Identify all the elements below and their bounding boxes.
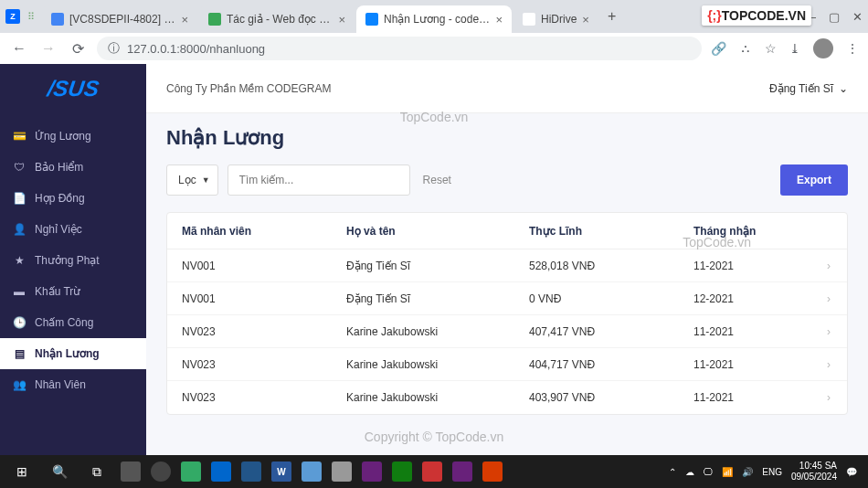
sidebar-item[interactable]: ★Thưởng Phạt	[0, 245, 146, 276]
page-title: Nhận Lương	[166, 126, 848, 150]
taskbar-app[interactable]	[448, 455, 477, 488]
caret-down-icon: ▼	[202, 175, 210, 185]
sidebar-item[interactable]: 💳Ứng Lương	[0, 121, 146, 152]
taskbar-clock[interactable]: 10:45 SA 09/05/2024	[791, 461, 837, 483]
sidebar-icon: 💳	[13, 130, 26, 143]
table-row[interactable]: NV001Đặng Tiến Sĩ0 VNĐ12-2021›	[167, 282, 847, 315]
browser-tab[interactable]: Tác giả - Web đọc truyện×	[199, 5, 355, 33]
maximize-icon[interactable]: ▢	[829, 10, 840, 24]
table-row[interactable]: NV023Karine Jakubowski407,417 VNĐ11-2021…	[167, 315, 847, 348]
sidebar: /SUS 💳Ứng Lương🛡Bảo Hiểm📄Hợp Đồng👤Nghỉ V…	[0, 64, 146, 455]
taskbar-app[interactable]	[176, 455, 206, 488]
chevron-right-icon: ›	[803, 325, 831, 338]
taskbar-app[interactable]	[206, 455, 236, 488]
chevron-down-icon: ⌄	[839, 82, 848, 95]
browser-tab[interactable]: [VC8SDEPII-4802] 3.2. Xử lý gà×	[42, 5, 197, 33]
sidebar-icon: ▬	[13, 285, 26, 298]
sidebar-item[interactable]: ▬Khấu Trừ	[0, 276, 146, 307]
taskbar-app[interactable]	[297, 455, 326, 488]
back-button[interactable]: ←	[9, 40, 29, 57]
profile-avatar[interactable]	[813, 38, 833, 58]
logo: /SUS	[0, 64, 146, 113]
taskbar-app[interactable]	[146, 455, 175, 488]
sidebar-item-label: Bảo Hiểm	[35, 161, 83, 174]
sidebar-item-label: Hợp Đồng	[35, 192, 85, 205]
sidebar-item-label: Khấu Trừ	[35, 285, 80, 298]
reset-link[interactable]: Reset	[423, 174, 451, 186]
search-button[interactable]: 🔍	[41, 455, 78, 488]
tray-lang[interactable]: ENG	[762, 467, 782, 477]
tray-onedrive-icon[interactable]: ☁	[685, 467, 694, 477]
topbar: Công Ty Phần Mềm CODEGRAM Đặng Tiến Sĩ ⌄	[146, 64, 868, 113]
task-view-button[interactable]: ⧉	[79, 455, 115, 488]
tray-monitor-icon[interactable]: 🖵	[704, 467, 713, 477]
user-menu[interactable]: Đặng Tiến Sĩ ⌄	[769, 82, 848, 95]
table-row[interactable]: NV023Karine Jakubowski404,717 VNĐ11-2021…	[167, 348, 847, 381]
url-text: 127.0.0.1:8000/nhanluong	[127, 42, 265, 56]
topcode-badge: {;}TOPCODE.VN	[702, 5, 811, 26]
sidebar-item-label: Nhân Viên	[35, 378, 86, 391]
taskbar-app[interactable]: W	[267, 455, 296, 488]
taskbar-app[interactable]	[116, 455, 145, 488]
sidebar-icon: 👥	[13, 378, 26, 391]
link-icon[interactable]: 🔗	[711, 41, 726, 56]
sidebar-icon: ★	[13, 254, 26, 267]
app-icon[interactable]: ⠿	[24, 9, 38, 24]
sidebar-item-label: Nhận Lương	[35, 347, 100, 360]
filter-dropdown[interactable]: Lọc ▼	[166, 164, 218, 196]
taskbar-app[interactable]	[237, 455, 266, 488]
tab-favicon	[51, 13, 64, 26]
tab-close-icon[interactable]: ×	[582, 13, 589, 27]
table-row[interactable]: NV001Đặng Tiến Sĩ528,018 VNĐ11-2021›	[167, 249, 847, 282]
tray-chevron-icon[interactable]: ⌃	[669, 467, 676, 477]
company-name: Công Ty Phần Mềm CODEGRAM	[166, 82, 332, 95]
browser-tab[interactable]: HiDrive×	[513, 5, 598, 33]
tab-close-icon[interactable]: ×	[495, 13, 503, 27]
zalo-icon[interactable]: Z	[5, 9, 20, 24]
chevron-right-icon: ›	[803, 391, 831, 404]
reload-button[interactable]: ⟳	[68, 40, 88, 58]
sidebar-item-label: Ứng Lương	[35, 130, 91, 143]
taskbar-app[interactable]	[387, 455, 417, 488]
sidebar-item[interactable]: 👤Nghỉ Việc	[0, 214, 146, 245]
sidebar-icon: 📄	[13, 192, 26, 205]
start-button[interactable]: ⊞	[4, 455, 40, 488]
sidebar-item-label: Nghỉ Việc	[35, 223, 82, 236]
menu-icon[interactable]: ⋮	[846, 41, 859, 56]
bookmark-icon[interactable]: ☆	[765, 41, 777, 56]
chevron-right-icon: ›	[803, 260, 831, 272]
new-tab-button[interactable]: +	[602, 8, 621, 25]
taskbar-app[interactable]	[327, 455, 356, 488]
translate-icon[interactable]: ⛬	[739, 41, 752, 56]
table-row[interactable]: NV023Karine Jakubowski403,907 VNĐ11-2021…	[167, 381, 847, 414]
tab-close-icon[interactable]: ×	[338, 13, 345, 27]
sidebar-item-label: Thưởng Phạt	[35, 254, 100, 267]
tray-wifi-icon[interactable]: 📶	[722, 467, 733, 477]
search-input[interactable]	[228, 164, 410, 196]
taskbar-app[interactable]	[357, 455, 386, 488]
windows-taskbar: ⊞ 🔍 ⧉ W ⌃ ☁ 🖵 📶 🔊 ENG 10:45 SA 09/05/202…	[0, 455, 868, 488]
salary-table: Mã nhân viên Họ và tên Thực Lĩnh Tháng n…	[166, 212, 848, 415]
forward-button[interactable]: →	[38, 40, 58, 57]
close-window-icon[interactable]: ✕	[852, 10, 863, 24]
tab-favicon	[365, 13, 378, 26]
taskbar-app[interactable]	[418, 455, 447, 488]
sidebar-item[interactable]: 👥Nhân Viên	[0, 369, 146, 400]
tray-volume-icon[interactable]: 🔊	[742, 467, 753, 477]
table-header: Mã nhân viên Họ và tên Thực Lĩnh Tháng n…	[167, 213, 847, 249]
taskbar-app[interactable]	[478, 455, 507, 488]
browser-tab[interactable]: Nhận Lương - codegram.pro×	[356, 5, 512, 33]
chevron-right-icon: ›	[803, 358, 831, 371]
tab-close-icon[interactable]: ×	[181, 13, 188, 27]
tab-favicon	[523, 13, 535, 26]
export-button[interactable]: Export	[780, 164, 848, 196]
sidebar-item[interactable]: 🛡Bảo Hiểm	[0, 152, 146, 183]
sidebar-item[interactable]: 🕒Chấm Công	[0, 307, 146, 338]
sidebar-icon: ▤	[13, 347, 26, 360]
address-bar[interactable]: ⓘ 127.0.0.1:8000/nhanluong	[97, 37, 702, 60]
sidebar-item[interactable]: ▤Nhận Lương	[0, 338, 146, 369]
sidebar-icon: 👤	[13, 223, 26, 236]
tray-notifications-icon[interactable]: 💬	[846, 467, 857, 477]
download-icon[interactable]: ⤓	[789, 41, 800, 56]
sidebar-item[interactable]: 📄Hợp Đồng	[0, 183, 146, 214]
